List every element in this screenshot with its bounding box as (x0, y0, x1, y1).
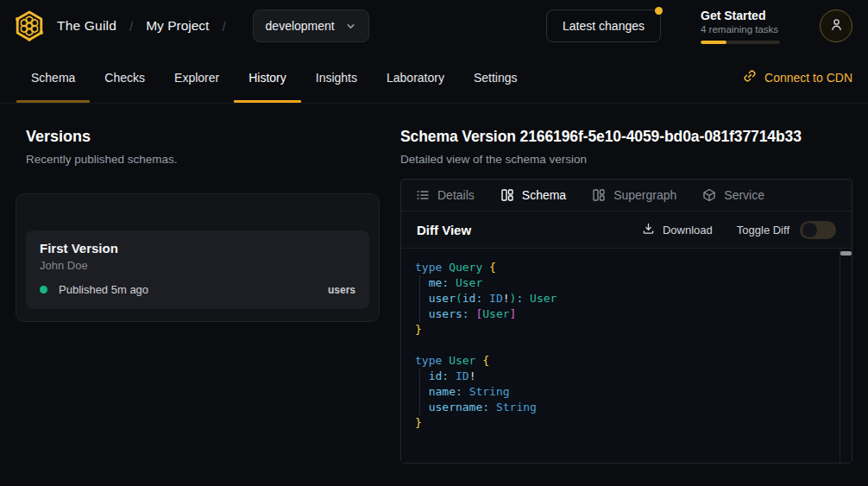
code-line (412, 338, 826, 353)
nav-tab-settings[interactable]: Settings (459, 52, 532, 103)
tab-service-label: Service (724, 188, 764, 202)
code-line: id: ID! (412, 369, 826, 384)
scrollbar-track (840, 249, 840, 463)
version-author: John Doe (40, 259, 355, 272)
tab-service[interactable]: Service (702, 188, 764, 202)
version-meta-row: Published 5m ago users (40, 283, 355, 296)
code-line: name: String (412, 384, 826, 400)
nav-tab-insights[interactable]: Insights (301, 52, 372, 103)
code-line: type Query { (412, 260, 826, 275)
cube-icon (702, 188, 716, 202)
target-selector[interactable]: development (253, 9, 369, 42)
diff-actions: Download Toggle Diff (642, 221, 836, 239)
schema-view-panel: Details Schema (400, 179, 852, 464)
code-line: me: User (412, 275, 826, 291)
switch-knob (802, 223, 817, 237)
columns-icon (592, 188, 606, 202)
get-started-subtitle: 4 remaining tasks (701, 24, 780, 35)
user-avatar[interactable] (820, 9, 852, 42)
toggle-diff-switch[interactable] (800, 221, 836, 239)
get-started-widget[interactable]: Get Started 4 remaining tasks (701, 9, 780, 44)
toggle-diff-label: Toggle Diff (737, 224, 789, 237)
latest-changes-label: Latest changes (563, 19, 645, 33)
code-line: users: [User] (412, 306, 826, 322)
tab-supergraph-label: Supergraph (613, 188, 676, 202)
top-bar-right: Latest changes Get Started 4 remaining t… (546, 9, 852, 44)
list-icon (416, 188, 430, 202)
nav-tab-history[interactable]: History (234, 52, 301, 103)
code-line: user(id: ID!): User (412, 291, 826, 306)
progress-fill (701, 41, 726, 44)
scrollbar-thumb[interactable] (840, 251, 852, 256)
nav-tab-laboratory[interactable]: Laboratory (372, 52, 459, 103)
download-label: Download (663, 224, 713, 237)
version-detail-subtitle: Detailed view of the schema version (400, 153, 852, 166)
connect-to-cdn-link[interactable]: Connect to CDN (743, 52, 852, 103)
get-started-title: Get Started (701, 9, 780, 22)
version-list-item[interactable]: First Version John Doe Published 5m ago … (26, 230, 369, 309)
version-name: First Version (40, 241, 355, 256)
tab-schema[interactable]: Schema (500, 188, 566, 202)
tab-details[interactable]: Details (416, 188, 475, 202)
breadcrumb-separator: / (222, 19, 225, 34)
code-block: type Query { me: User user(id: ID!): Use… (412, 260, 826, 431)
versions-subtitle: Recently published schemas. (16, 153, 380, 166)
get-started-progressbar (701, 41, 780, 44)
version-detail-panel: Schema Version 2166196f-5e10-4059-bd0a-0… (400, 128, 852, 464)
latest-changes-button[interactable]: Latest changes (546, 9, 661, 42)
toggle-diff-group: Toggle Diff (737, 221, 836, 239)
columns-icon (500, 188, 514, 202)
page-content: Versions Recently published schemas. Fir… (0, 104, 868, 464)
schema-code-viewer[interactable]: type Query { me: User user(id: ID!): Use… (401, 249, 852, 463)
code-line: username: String (412, 400, 826, 415)
diff-view-title: Diff View (417, 223, 471, 237)
project-breadcrumb[interactable]: My Project (146, 18, 209, 34)
versions-title: Versions (16, 128, 380, 146)
person-icon (829, 17, 844, 35)
version-status: Published 5m ago (59, 283, 148, 296)
download-button[interactable]: Download (642, 222, 713, 237)
version-service-badge: users (328, 284, 355, 296)
nav-tab-explorer[interactable]: Explorer (160, 52, 234, 103)
tab-schema-label: Schema (522, 188, 566, 202)
top-bar: The Guild / My Project / development Lat… (0, 0, 868, 52)
diff-header: Diff View Download Toggle Diff (401, 211, 852, 249)
version-detail-title: Schema Version 2166196f-5e10-4059-bd0a-0… (400, 128, 852, 146)
nav-tab-checks[interactable]: Checks (90, 52, 160, 103)
hive-logo-icon[interactable] (12, 9, 47, 43)
notification-dot (655, 7, 663, 15)
tab-details-label: Details (437, 188, 475, 202)
versions-panel: Versions Recently published schemas. Fir… (16, 128, 380, 464)
main-nav: Schema Checks Explorer History Insights … (0, 52, 868, 104)
code-line: } (412, 415, 826, 431)
chevron-down-icon (345, 21, 356, 32)
versions-list-card: First Version John Doe Published 5m ago … (16, 193, 380, 322)
link-icon (743, 69, 757, 85)
org-breadcrumb[interactable]: The Guild (57, 18, 116, 34)
breadcrumb-separator: / (129, 19, 133, 34)
target-selector-value: development (266, 19, 335, 33)
connect-to-cdn-label: Connect to CDN (764, 71, 852, 85)
tab-supergraph[interactable]: Supergraph (592, 188, 676, 202)
download-icon (642, 222, 655, 237)
code-line: } (412, 322, 826, 338)
detail-tabs: Details Schema (401, 180, 852, 211)
published-status-dot (40, 286, 47, 293)
code-line: type User { (412, 353, 826, 369)
nav-tab-schema[interactable]: Schema (16, 52, 90, 103)
